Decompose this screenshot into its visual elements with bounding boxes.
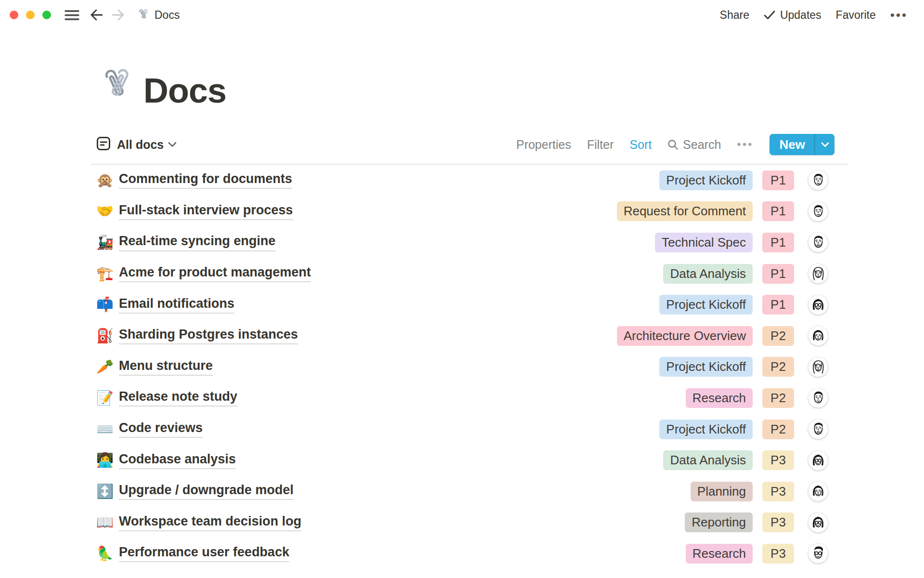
new-doc-button[interactable]: New — [770, 134, 814, 155]
priority-badge[interactable]: P2 — [762, 357, 794, 377]
doc-title-link[interactable]: Acme for product management — [119, 265, 311, 282]
doc-type-tag[interactable]: Data Analysis — [663, 264, 753, 284]
assignee-avatar[interactable] — [808, 202, 828, 221]
priority-badge[interactable]: P2 — [762, 326, 794, 346]
doc-type-tag[interactable]: Research — [686, 544, 753, 564]
titlebar-doc-title: Docs — [154, 9, 180, 22]
doc-type-tag[interactable]: Project Kickoff — [659, 171, 753, 190]
close-window-button[interactable] — [10, 11, 18, 19]
doc-emoji-icon: 🙊 — [96, 173, 119, 187]
assignee-avatar[interactable] — [808, 513, 828, 532]
search-label: Search — [683, 138, 721, 152]
table-row[interactable]: ↕️ Upgrade / downgrade model Planning P3 — [96, 476, 834, 507]
assignee-avatar[interactable] — [808, 388, 828, 407]
table-row[interactable]: 🏗️ Acme for product management Data Anal… — [96, 258, 834, 289]
table-row[interactable]: 🤝 Full-stack interview process Request f… — [96, 196, 834, 227]
new-doc-dropdown-button[interactable] — [815, 134, 834, 155]
assignee-avatar[interactable] — [808, 357, 828, 377]
doc-title-link[interactable]: Code reviews — [119, 420, 203, 438]
window-titlebar: Docs Share Updates Favorite ••• — [0, 0, 924, 30]
doc-type-tag[interactable]: Project Kickoff — [659, 295, 753, 315]
updates-label: Updates — [780, 9, 821, 22]
doc-title-link[interactable]: Full-stack interview process — [119, 203, 293, 220]
priority-badge[interactable]: P2 — [762, 420, 794, 439]
table-row[interactable]: 📖 Workspace team decision log Reporting … — [96, 507, 834, 539]
doc-emoji-icon: 🦜 — [96, 547, 119, 561]
table-row[interactable]: 🙊 Commenting for documents Project Kicko… — [96, 165, 834, 196]
doc-type-tag[interactable]: Data Analysis — [663, 450, 753, 470]
doc-title-link[interactable]: Codebase analysis — [119, 452, 236, 469]
priority-badge[interactable]: P1 — [762, 201, 794, 221]
priority-badge[interactable]: P3 — [762, 482, 794, 501]
assignee-avatar[interactable] — [808, 544, 828, 563]
doc-title-link[interactable]: Release note study — [119, 389, 237, 407]
priority-badge[interactable]: P1 — [762, 295, 794, 315]
doc-type-tag[interactable]: Planning — [691, 482, 753, 501]
doc-emoji-icon: 🤝 — [96, 204, 119, 218]
assignee-avatar[interactable] — [808, 264, 828, 283]
doc-type-tag[interactable]: Project Kickoff — [659, 420, 753, 439]
doc-type-tag[interactable]: Technical Spec — [655, 233, 753, 252]
doc-type-tag[interactable]: Project Kickoff — [659, 357, 753, 377]
doc-title-link[interactable]: Real-time syncing engine — [119, 234, 276, 251]
filter-button[interactable]: Filter — [587, 138, 614, 152]
search-icon — [667, 139, 679, 150]
search-button[interactable]: Search — [667, 138, 721, 152]
properties-button[interactable]: Properties — [516, 138, 571, 152]
table-row[interactable]: 🦜 Performance user feedback Research P3 — [96, 538, 834, 569]
table-row[interactable]: ⛽ Sharding Postgres instances Architectu… — [96, 320, 834, 352]
priority-badge[interactable]: P1 — [762, 171, 794, 190]
page-title[interactable]: Docs — [143, 73, 226, 108]
back-arrow-icon[interactable] — [90, 9, 103, 21]
doc-type-tag[interactable]: Research — [686, 388, 753, 408]
docs-table: 🙊 Commenting for documents Project Kicko… — [96, 165, 834, 569]
doc-type-tag[interactable]: Architecture Overview — [617, 326, 753, 346]
chevron-down-icon — [168, 142, 177, 147]
zoom-window-button[interactable] — [42, 11, 51, 19]
doc-type-tag[interactable]: Reporting — [685, 512, 753, 532]
doc-emoji-icon: 📝 — [96, 391, 119, 405]
doc-title-link[interactable]: Menu structure — [119, 358, 213, 376]
table-row[interactable]: ⌨️ Code reviews Project Kickoff P2 — [96, 414, 834, 445]
assignee-avatar[interactable] — [808, 451, 828, 470]
checkmark-icon — [764, 10, 775, 20]
page-paperclip-icon[interactable] — [96, 66, 135, 108]
assignee-avatar[interactable] — [808, 326, 828, 345]
table-row[interactable]: 👩‍💻 Codebase analysis Data Analysis P3 — [96, 445, 834, 476]
assignee-avatar[interactable] — [808, 482, 828, 501]
doc-title-link[interactable]: Sharding Postgres instances — [119, 327, 298, 344]
assignee-avatar[interactable] — [808, 233, 828, 252]
doc-emoji-icon: 📫 — [96, 298, 119, 312]
view-name: All docs — [117, 138, 164, 152]
sort-button[interactable]: Sort — [629, 138, 652, 152]
share-button[interactable]: Share — [720, 9, 749, 22]
priority-badge[interactable]: P3 — [762, 450, 794, 470]
doc-type-tag[interactable]: Request for Comment — [617, 201, 753, 221]
priority-badge[interactable]: P2 — [762, 388, 794, 408]
doc-emoji-icon: 🏗️ — [96, 267, 119, 281]
assignee-avatar[interactable] — [808, 420, 828, 439]
priority-badge[interactable]: P3 — [762, 512, 794, 532]
minimize-window-button[interactable] — [26, 11, 35, 19]
table-row[interactable]: 📝 Release note study Research P2 — [96, 382, 834, 414]
favorite-button[interactable]: Favorite — [836, 9, 876, 22]
sidebar-toggle-icon[interactable] — [64, 10, 79, 21]
doc-title-link[interactable]: Workspace team decision log — [119, 514, 301, 531]
assignee-avatar[interactable] — [808, 171, 828, 190]
updates-button[interactable]: Updates — [764, 9, 821, 22]
doc-title-link[interactable]: Upgrade / downgrade model — [119, 483, 294, 500]
priority-badge[interactable]: P3 — [762, 544, 794, 564]
priority-badge[interactable]: P1 — [762, 233, 794, 252]
priority-badge[interactable]: P1 — [762, 264, 794, 284]
forward-arrow-icon[interactable] — [111, 9, 125, 21]
doc-title-link[interactable]: Performance user feedback — [119, 545, 289, 562]
assignee-avatar[interactable] — [808, 295, 828, 315]
view-switcher[interactable]: All docs — [96, 136, 177, 153]
new-doc-split-button: New — [770, 134, 834, 155]
table-row[interactable]: 🚂 Real-time syncing engine Technical Spe… — [96, 227, 834, 258]
doc-title-link[interactable]: Email notifications — [119, 296, 234, 314]
doc-title-link[interactable]: Commenting for documents — [119, 171, 292, 189]
table-row[interactable]: 📫 Email notifications Project Kickoff P1 — [96, 289, 834, 320]
table-row[interactable]: 🥕 Menu structure Project Kickoff P2 — [96, 352, 834, 383]
doc-emoji-icon: 📖 — [96, 515, 119, 529]
